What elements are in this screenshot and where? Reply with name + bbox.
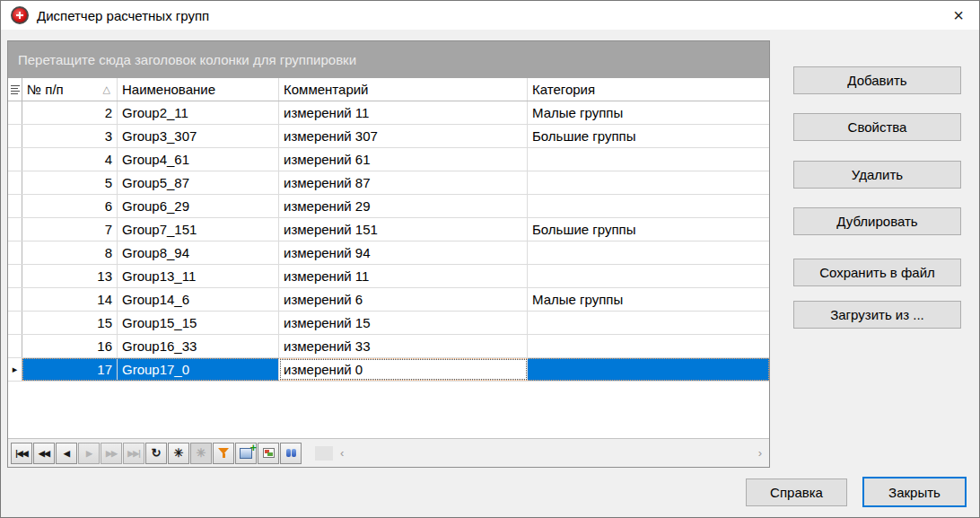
first-record-button[interactable]: |◀◀: [11, 443, 32, 464]
cell-category[interactable]: [528, 265, 769, 287]
cell-number[interactable]: 16: [22, 335, 118, 357]
cell-number[interactable]: 7: [22, 218, 118, 241]
cell-name[interactable]: Group13_11: [118, 265, 279, 287]
cell-number[interactable]: 13: [22, 265, 118, 287]
cell-name[interactable]: Group4_61: [118, 148, 279, 171]
next-page-button[interactable]: ▶▶: [101, 443, 122, 464]
cell-name[interactable]: Group15_15: [118, 312, 279, 334]
grid-empty-area: [8, 382, 769, 438]
cell-number[interactable]: 15: [22, 312, 118, 334]
scroll-right-icon[interactable]: ›: [758, 446, 762, 460]
cell-category[interactable]: Большие группы: [528, 218, 769, 241]
cell-name[interactable]: Group17_0: [118, 358, 279, 381]
table-row[interactable]: 8 Group8_94 измерений 94: [8, 241, 769, 265]
cancel-bookmark-button[interactable]: ✳: [190, 443, 212, 464]
group-by-panel[interactable]: Перетащите сюда заголовок колонки для гр…: [8, 41, 769, 78]
scrollbar-thumb[interactable]: [315, 446, 333, 461]
cell-category[interactable]: [528, 358, 769, 381]
cell-category[interactable]: Малые группы: [528, 101, 769, 124]
row-indicator: [8, 265, 22, 287]
groups-grid: Перетащите сюда заголовок колонки для гр…: [7, 40, 770, 468]
cell-name[interactable]: Group2_11: [118, 101, 279, 124]
search-button[interactable]: [280, 443, 302, 464]
table-row[interactable]: 2 Group2_11 измерений 11 Малые группы: [8, 101, 769, 125]
cell-category[interactable]: Малые группы: [528, 288, 769, 311]
cell-comment-editing[interactable]: измерений 0: [279, 358, 528, 381]
table-row[interactable]: 7 Group7_151 измерений 151 Большие групп…: [8, 218, 769, 241]
window-close-button[interactable]: ×: [938, 1, 979, 30]
cell-number[interactable]: 6: [22, 195, 118, 217]
column-header-comment[interactable]: Комментарий: [279, 78, 528, 101]
cell-category[interactable]: [528, 171, 769, 194]
table-row[interactable]: 4 Group4_61 измерений 61: [8, 148, 769, 171]
cell-comment[interactable]: измерений 6: [279, 288, 528, 311]
cell-name[interactable]: Group6_29: [118, 195, 279, 217]
cell-name[interactable]: Group5_87: [118, 171, 279, 194]
cell-comment[interactable]: измерений 29: [279, 195, 528, 217]
table-row[interactable]: 3 Group3_307 измерений 307 Большие групп…: [8, 125, 769, 148]
column-header-num-label: № п/п: [27, 82, 64, 97]
cell-comment[interactable]: измерений 307: [279, 125, 528, 147]
last-record-button[interactable]: ▶▶|: [123, 443, 144, 464]
cell-number[interactable]: 2: [22, 101, 118, 124]
duplicate-button[interactable]: Дублировать: [793, 207, 961, 235]
export-add-button[interactable]: [235, 443, 257, 464]
load-from-button[interactable]: Загрузить из ...: [793, 301, 961, 329]
filter-button[interactable]: [213, 443, 234, 464]
table-row[interactable]: 13 Group13_11 измерений 11: [8, 265, 769, 288]
cell-category[interactable]: Большие группы: [528, 125, 769, 147]
cell-category[interactable]: [528, 312, 769, 334]
table-row[interactable]: 5 Group5_87 измерений 87: [8, 171, 769, 195]
cell-name[interactable]: Group8_94: [118, 241, 279, 264]
horizontal-scrollbar[interactable]: ‹ ›: [311, 445, 766, 461]
cell-comment[interactable]: измерений 94: [279, 241, 528, 264]
cell-category[interactable]: [528, 241, 769, 264]
cell-category[interactable]: [528, 195, 769, 217]
prev-record-button[interactable]: ◀: [56, 443, 77, 464]
cell-comment[interactable]: измерений 151: [279, 218, 528, 241]
grid-menu-button[interactable]: [8, 78, 22, 101]
cell-comment[interactable]: измерений 11: [279, 265, 528, 287]
column-header-num[interactable]: № п/п △: [22, 78, 118, 101]
cell-comment[interactable]: измерений 33: [279, 335, 528, 357]
cell-number[interactable]: 5: [22, 171, 118, 194]
titlebar[interactable]: Диспетчер расчетных групп ×: [1, 1, 979, 30]
next-record-button[interactable]: ▶: [78, 443, 100, 464]
table-row[interactable]: 16 Group16_33 измерений 33: [8, 335, 769, 358]
cell-name[interactable]: Group7_151: [118, 218, 279, 241]
column-header-category[interactable]: Категория: [528, 78, 769, 101]
column-header-name[interactable]: Наименование: [118, 78, 279, 101]
cell-category[interactable]: [528, 148, 769, 171]
cell-number[interactable]: 4: [22, 148, 118, 171]
table-row[interactable]: 15 Group15_15 измерений 15: [8, 312, 769, 335]
cell-name[interactable]: Group3_307: [118, 125, 279, 147]
cell-number[interactable]: 3: [22, 125, 118, 147]
cell-category[interactable]: [528, 335, 769, 357]
delete-button[interactable]: Удалить: [793, 161, 961, 189]
add-button[interactable]: Добавить: [793, 66, 961, 94]
table-row[interactable]: 14 Group14_6 измерений 6 Малые группы: [8, 288, 769, 312]
cell-number[interactable]: 17: [22, 358, 118, 381]
properties-button[interactable]: Свойства: [793, 113, 961, 141]
layout-button[interactable]: [258, 443, 279, 464]
table-row-selected[interactable]: ▸ 17 Group17_0 измерений 0: [8, 358, 769, 382]
cell-comment[interactable]: измерений 61: [279, 148, 528, 171]
prev-page-button[interactable]: ◀◀: [33, 443, 55, 464]
help-button[interactable]: Справка: [746, 478, 847, 506]
bookmark-button[interactable]: ✳: [168, 443, 189, 464]
save-to-file-button[interactable]: Сохранить в файл: [793, 259, 961, 286]
cell-number[interactable]: 14: [22, 288, 118, 311]
cell-name[interactable]: Group14_6: [118, 288, 279, 311]
table-row[interactable]: 6 Group6_29 измерений 29: [8, 195, 769, 218]
scroll-left-icon[interactable]: ‹: [340, 446, 344, 460]
cell-comment[interactable]: измерений 11: [279, 101, 528, 124]
row-indicator: [8, 241, 22, 264]
close-button[interactable]: Закрыть: [862, 477, 967, 507]
cell-comment[interactable]: измерений 15: [279, 312, 528, 334]
cell-comment[interactable]: измерений 87: [279, 171, 528, 194]
refresh-button[interactable]: ↻: [145, 443, 167, 464]
cell-name[interactable]: Group16_33: [118, 335, 279, 357]
cell-number[interactable]: 8: [22, 241, 118, 264]
layout-grid-icon: [263, 448, 275, 458]
row-indicator: [8, 148, 22, 171]
